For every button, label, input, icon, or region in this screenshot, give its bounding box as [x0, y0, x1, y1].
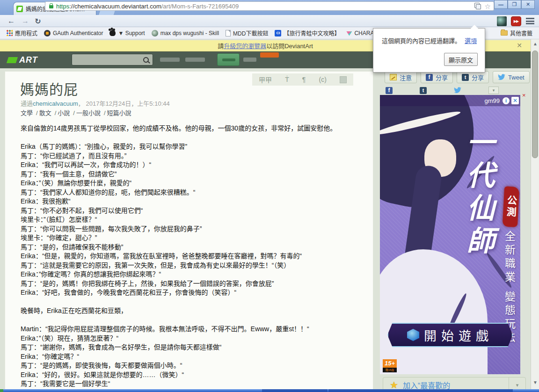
share-dropdown-button[interactable]: ▾: [488, 87, 499, 94]
scroll-down-icon[interactable]: ▼: [532, 380, 538, 385]
background-color-icon[interactable]: [340, 76, 347, 83]
windows-taskbar[interactable]: [0, 389, 539, 392]
restore-button[interactable]: ❐: [508, 0, 521, 9]
category-link[interactable]: 小說: [51, 108, 70, 117]
window-controls: — ❐ ✕: [494, 0, 535, 9]
literature-toolbar: 甲甲 Ṫ ¶ (c): [252, 73, 353, 86]
story-line: 馬丁：“謝謝你，媽媽，我會成為一名好學生，但是請你每天都這樣做“: [21, 343, 362, 352]
ad-topbar: gm99 i ✕: [380, 95, 520, 106]
text-size-icon[interactable]: Ṫ: [285, 76, 289, 83]
story-line: Martin：“我記得你用屁屁清理整個房子的時候。我根本無法呼吸，不得不出門。E…: [21, 325, 362, 334]
bookmark-wugushi[interactable]: max dps wugushi - Skill: [152, 30, 219, 36]
reload-button[interactable]: ↻: [32, 15, 44, 27]
tumblr-share-button[interactable]: t 分享: [457, 71, 489, 83]
story-line: 埃里卡：“你確定，甜心？”: [21, 233, 362, 243]
site-search-input[interactable]: [72, 54, 153, 65]
tumblr-icon[interactable]: t: [420, 87, 427, 94]
bookmark-support[interactable]: ▼ Support: [109, 30, 145, 36]
story-line: 馬丁：“你不必對不起，我們可以使用它們“: [21, 206, 362, 216]
category-link[interactable]: 散文: [33, 108, 51, 117]
bookmark-apps[interactable]: 應用程式: [7, 29, 37, 37]
story-line: 晚餐時，Erika正在吃西蘭花和豆類，: [21, 306, 362, 316]
story-line: 埃里卡：”（臉紅）怎麼樣？“: [21, 215, 362, 225]
story-line: Erika：”（笑）現在，猜猜怎麼著？“: [21, 334, 362, 343]
author-link[interactable]: chemicalvacuum: [33, 100, 78, 107]
translate-popup: 這個網頁的內容已經過翻譯。選項 顯示原文: [373, 28, 485, 73]
category-link[interactable]: 文學: [21, 108, 33, 117]
address-bar[interactable]: https://chemicalvacuum.deviantart.com/ar…: [45, 1, 494, 11]
facebook-icon: f: [426, 74, 433, 81]
bookmark-frog-guide[interactable]: CI 【旅行青蛙中文攻略】: [275, 29, 340, 37]
translate-message: 這個網頁的內容已經過翻譯。: [382, 37, 461, 44]
deviantart-favicon-icon: [16, 6, 23, 12]
twitter-bird-icon[interactable]: [454, 87, 461, 94]
story-line: Erika：“你確定嗎？“: [21, 352, 362, 362]
font-style-icon[interactable]: 甲甲: [259, 75, 272, 84]
apps-grid-icon: [7, 30, 13, 36]
upgrade-browser-link[interactable]: 升級您的瀏覽器: [224, 41, 266, 50]
back-button[interactable]: ←: [5, 15, 18, 27]
game-gem-icon: [407, 329, 419, 341]
facebook-share-button[interactable]: f 分享: [421, 71, 453, 83]
browser-menu-icon[interactable]: [526, 18, 534, 24]
nav-item-placeholder[interactable]: [185, 58, 205, 62]
story-line: [21, 133, 362, 143]
story-line: Erika：“我們可以再試一次，你會成功的！）“: [21, 160, 362, 170]
tweet-button[interactable]: Tweet: [493, 71, 530, 83]
ad-info-icon[interactable]: i: [503, 97, 510, 104]
nav-item-placeholder[interactable]: [160, 58, 180, 62]
story-line: Erika：“好吧，我會做的，今晚我會吃西蘭花和豆子，你會後悔的（笑容）“: [21, 288, 362, 298]
show-original-button[interactable]: 顯示原文: [444, 53, 478, 66]
story-line: 馬丁：“這就是我需要它的原因，我第一次失敗，但是，我會成為有史以來最好的學生！“…: [21, 261, 362, 270]
facebook-icon[interactable]: f: [386, 87, 393, 94]
extension-avatar-icon[interactable]: [497, 16, 507, 26]
banner-close-icon[interactable]: ✕: [517, 42, 522, 49]
ad-close-icon[interactable]: ✕: [511, 97, 519, 104]
share-buttons-row2: f t ▾: [386, 87, 526, 94]
folder-icon: [501, 30, 508, 36]
deviantart-logo[interactable]: ART: [7, 55, 38, 65]
page-icon: [226, 30, 231, 36]
start-button-edge[interactable]: [0, 389, 3, 392]
story-line: 馬丁：“是的，媽媽！你把我綁在椅子上，然後，如果我給了一個錯誤的答案，你會放屁”: [21, 279, 362, 289]
translate-icon[interactable]: [474, 3, 481, 9]
close-button[interactable]: ✕: [521, 0, 535, 9]
category-link[interactable]: 短篇小說: [101, 108, 131, 117]
deviation-title: 媽媽的屁: [20, 78, 78, 99]
other-bookmarks-folder[interactable]: 其他書籤: [501, 29, 532, 37]
browser-window: 媽媽的放屁通過DeviantArt × — ❐ ✕ ← → ↻ https://…: [0, 0, 539, 392]
taskbar-segment: [262, 389, 328, 392]
note-button[interactable]: 注意: [385, 71, 417, 83]
bookmark-gauth[interactable]: GAuth Authenticator: [44, 30, 103, 36]
age-rating-badge: 15+ 限15歲: [383, 359, 397, 372]
story-line: Erika：“但是，親愛的，你知道嗎，當我放在臥室裡時，爸爸整晚都要睡在客廳裡，…: [21, 252, 362, 261]
globe-icon: [152, 30, 158, 36]
start-game-button[interactable]: 開始遊戲: [387, 323, 513, 347]
scroll-up-icon[interactable]: ▲: [532, 41, 538, 46]
bookmark-mdd[interactable]: MDD下載按鈕: [226, 29, 268, 37]
story-line: 馬丁：“你可以問我一些問題，每次我失敗了，你放屁我的鼻子”: [21, 225, 362, 234]
story-line: Erika（馬丁的媽媽）：“別擔心，親愛的，我可以幫你學習”: [21, 142, 362, 152]
story-line: [21, 316, 362, 325]
scrollbar-thumb[interactable]: [532, 51, 538, 158]
bookmark-star-icon[interactable]: ☆: [485, 3, 491, 10]
twitter-bird-icon: [498, 74, 505, 80]
submit-button[interactable]: [217, 53, 240, 66]
ad-game-title: 一代仙師: [463, 128, 493, 259]
game-advertisement[interactable]: gm99 i ✕ 一代仙師 公測 全新職業 變態玩法 開始遊戲 15+ 限15歲: [380, 95, 520, 374]
nav-item-placeholder[interactable]: [243, 58, 256, 62]
ad-outer-close-icon[interactable]: ×: [522, 92, 526, 99]
extension-fastforward-icon[interactable]: ▶▶: [511, 16, 521, 26]
join-button[interactable]: [260, 52, 279, 58]
advertiser-label: gm99: [484, 97, 500, 104]
story-line: Erika：”你確定嗎？你真的想讓我把你綁起來嗎？“: [21, 270, 362, 279]
page-scrollbar[interactable]: ▲ ▼: [531, 39, 539, 389]
paragraph-icon[interactable]: ¶: [302, 76, 306, 83]
category-link[interactable]: 一般小說: [70, 108, 101, 117]
copyright-icon[interactable]: (c): [319, 76, 326, 83]
forward-button[interactable]: →: [19, 15, 32, 27]
translate-options-link[interactable]: 選項: [465, 37, 477, 44]
story-line: Erika：我很抱歉“: [21, 197, 362, 206]
lock-badge-icon: [44, 30, 51, 36]
minimize-button[interactable]: —: [494, 0, 508, 9]
